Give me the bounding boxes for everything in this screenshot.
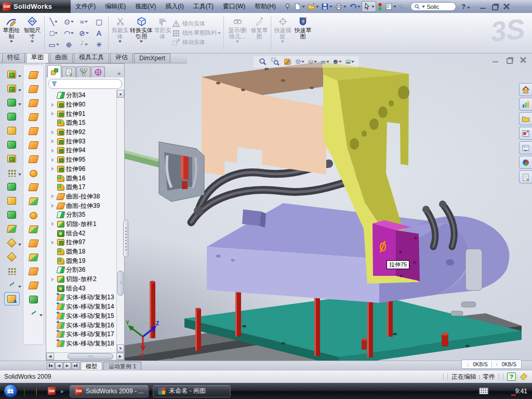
tree-item[interactable]: 组合42	[46, 229, 116, 238]
taskbar-button-solidworks[interactable]: SW SolidWorks 2009 - ...	[70, 385, 149, 397]
propertymanager-tab[interactable]	[62, 66, 76, 77]
expand-arrow[interactable]	[50, 121, 56, 126]
circle-tool[interactable]: ⊙	[61, 16, 76, 28]
tree-item[interactable]: 拉伸95	[46, 155, 116, 165]
tree-item[interactable]: 圆角16	[46, 174, 116, 183]
command-tab[interactable]: 曲面	[50, 52, 73, 63]
move-entities-button[interactable]: 移动实体	[172, 38, 217, 46]
sketch-fillet-tool[interactable]: ╯	[76, 39, 91, 50]
tree-item[interactable]: 实体-移动/复制16	[46, 321, 116, 330]
hole-wizard-icon[interactable]	[1, 152, 22, 166]
tree-item[interactable]: 拉伸90	[46, 100, 116, 110]
expand-arrow[interactable]	[50, 231, 56, 236]
tree-item[interactable]: 拉伸91	[46, 109, 116, 118]
undo-icon[interactable]	[348, 1, 362, 12]
expand-arrow[interactable]	[50, 194, 56, 199]
featuremanager-tab[interactable]	[47, 65, 61, 77]
replace-face-icon[interactable]	[23, 278, 44, 292]
doc-close-button[interactable]	[520, 57, 527, 63]
doc-minimize-button[interactable]	[492, 57, 499, 63]
expand-arrow[interactable]	[50, 332, 56, 337]
tree-item[interactable]: 实体-移动/复制13	[46, 293, 116, 302]
menu-item[interactable]: 视图(V)	[130, 2, 161, 11]
expand-arrow[interactable]	[50, 130, 56, 135]
tree-filter-input[interactable]	[48, 79, 122, 89]
expand-arrow[interactable]	[50, 268, 56, 273]
tree-item[interactable]: 圆角17	[46, 183, 116, 192]
trim-surface-icon[interactable]	[23, 222, 44, 236]
tree-item[interactable]: 曲面-拉伸38	[46, 192, 116, 202]
scroll-up-arrow[interactable]: ▲	[117, 90, 124, 98]
tree-item[interactable]: 切除-放样1	[46, 220, 116, 229]
expand-arrow[interactable]	[50, 93, 56, 98]
tree-item[interactable]: 分割35	[46, 210, 116, 220]
custom-properties-icon[interactable]	[519, 170, 532, 183]
scroll-right-arrow[interactable]: ▶	[116, 353, 124, 360]
search-input[interactable]: Solic	[410, 2, 456, 11]
expand-arrow[interactable]	[50, 286, 56, 291]
tree-item[interactable]: 曲面-拉伸39	[46, 201, 116, 210]
file-explorer-icon[interactable]	[519, 127, 532, 140]
smart-dimension-button[interactable]: 智能尺寸	[22, 14, 43, 52]
tree-item[interactable]: 拉伸92	[46, 128, 116, 137]
move-copy-body-icon[interactable]	[1, 222, 22, 236]
quick-tips-icon[interactable]: ?	[507, 373, 516, 381]
mirror-entities-button[interactable]: 镜向实体	[172, 20, 217, 28]
shell-icon[interactable]	[1, 124, 22, 138]
extruded-cut-icon[interactable]	[1, 82, 22, 96]
display-delete-relations-button[interactable]: 显示/删除几...	[225, 14, 249, 52]
chamfer-icon[interactable]	[1, 110, 22, 124]
tree-item[interactable]: 实体-移动/复制15	[46, 312, 116, 321]
tree-item[interactable]: 拉伸94	[46, 146, 116, 155]
tree-item[interactable]: 切除-放样2	[46, 275, 116, 284]
knit-surface-icon[interactable]	[23, 194, 44, 208]
first-tab-button[interactable]: ◀	[47, 362, 55, 369]
quick-snaps-button[interactable]: 快速捕捉	[273, 14, 292, 52]
doc-tab[interactable]: 模型	[81, 362, 102, 370]
tree-item[interactable]: 拉伸93	[46, 137, 116, 146]
scroll-down-arrow[interactable]: ▼	[117, 344, 124, 352]
radiate-surface-icon[interactable]	[23, 180, 44, 194]
tree-item[interactable]: 分割36	[46, 265, 116, 275]
wrap-icon[interactable]	[1, 194, 22, 208]
polygon-tool[interactable]: ⊕	[61, 39, 76, 50]
revolved-surface-icon[interactable]	[23, 82, 44, 96]
rib-icon[interactable]	[1, 180, 22, 194]
menu-item[interactable]: 工具(T)	[189, 2, 218, 11]
menu-item[interactable]: 文件(F)	[71, 2, 100, 11]
tree-item[interactable]: 组合43	[46, 284, 116, 293]
messenger-icon[interactable]	[24, 387, 32, 395]
extruded-surface-icon[interactable]	[23, 68, 44, 82]
overflow-dots-icon[interactable]: ⁖..	[397, 1, 405, 12]
antivirus-ball-icon[interactable]	[36, 387, 44, 395]
horizontal-scroll-thumb[interactable]	[68, 353, 113, 360]
view-orientation-icon[interactable]	[296, 58, 304, 66]
surface-fillet-icon[interactable]	[23, 292, 44, 307]
command-tab[interactable]: DimXpert	[134, 54, 170, 63]
view-palette-icon[interactable]	[519, 141, 532, 154]
expand-arrow[interactable]	[50, 212, 56, 218]
tree-horizontal-scrollbar[interactable]: ◀ ▶	[46, 352, 124, 360]
plane-icon[interactable]	[1, 250, 22, 264]
taskbar-button-paint[interactable]: 未命名 - 画图	[153, 385, 231, 397]
swept-surface-icon[interactable]	[23, 96, 44, 110]
ellipse-tool[interactable]: ⊘	[76, 28, 91, 39]
text-tool[interactable]: A	[91, 28, 107, 39]
tree-item[interactable]: 分割34	[46, 91, 116, 100]
expand-arrow[interactable]	[50, 240, 56, 245]
draft-icon[interactable]	[1, 138, 22, 152]
menu-item[interactable]: 插入(I)	[161, 2, 188, 11]
menu-item[interactable]: 窗口(W)	[218, 2, 250, 11]
fillet-icon[interactable]	[1, 96, 22, 110]
expand-arrow[interactable]	[50, 313, 56, 318]
delete-face-icon[interactable]	[23, 264, 44, 278]
doc-restore-button[interactable]	[506, 57, 513, 63]
expand-arrow[interactable]	[50, 323, 56, 328]
design-library-icon[interactable]	[519, 112, 532, 125]
tree-item[interactable]: 圆角19	[46, 256, 116, 265]
tree-item[interactable]: 实体-移动/复制18	[46, 339, 116, 349]
expand-arrow[interactable]	[50, 249, 56, 255]
print-icon[interactable]	[334, 1, 348, 12]
trim-entities-button[interactable]: 剪裁实体	[110, 14, 130, 52]
start-button[interactable]	[0, 383, 21, 399]
